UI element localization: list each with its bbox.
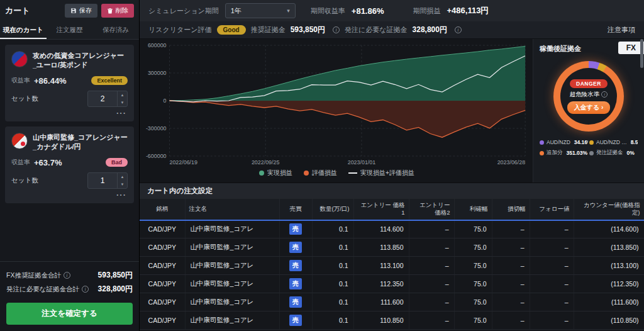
column-header-order-name: 注文名: [185, 199, 279, 220]
cart-header: カート 保存 削除: [0, 0, 139, 21]
order-cell-stop-loss: –: [492, 238, 530, 257]
stepper-up-icon[interactable]: ▲: [118, 173, 127, 181]
sell-badge: 売: [289, 242, 302, 253]
order-cell-stop-loss: –: [492, 275, 530, 293]
order-cell-pair: CAD/JPY: [140, 257, 185, 275]
return-rate-label: 収益率: [11, 76, 30, 85]
order-row: CAD/JPY山中康司監修_コアレ売0.1111.600–75.0––(111.…: [140, 293, 644, 311]
svg-text:-300000: -300000: [146, 125, 167, 132]
stepper-arrows[interactable]: ▲▼: [117, 91, 127, 106]
legend-dot-icon: [589, 140, 594, 145]
period-select[interactable]: 1年: [225, 3, 296, 18]
notes-link[interactable]: 注意事項: [608, 25, 635, 35]
order-cell-take-profit: 75.0: [454, 311, 492, 330]
sets-value: 1: [88, 173, 117, 188]
order-cell-quantity: 0.1: [312, 220, 353, 238]
recommended-margin-total-value: 593,850円: [98, 270, 133, 281]
legend-unrealized-label: 評価損益: [312, 169, 337, 177]
order-cell-follow-value: –: [530, 238, 574, 257]
cart-tabs: 現在のカート 注文履歴 保存済み: [0, 21, 139, 40]
order-cell-entry-price-1: 112.350: [353, 275, 409, 293]
order-row: CAD/JPY山中康司監修_コアレ売0.1112.350–75.0––(112.…: [140, 275, 644, 293]
order-cell-take-profit: 75.0: [454, 220, 492, 238]
stepper-down-icon[interactable]: ▼: [118, 99, 127, 106]
sets-stepper[interactable]: 2 ▲▼: [87, 91, 128, 107]
deposit-button[interactable]: 入金する: [567, 101, 611, 114]
more-menu-icon[interactable]: [11, 107, 128, 119]
column-header-take-profit: 利確幅: [454, 199, 492, 220]
order-row: CAD/JPY山中康司監修_コアレ売0.1113.100–75.0––(113.…: [140, 257, 644, 275]
orders-table-wrap: 銘柄注文名売買数量(万/口)エントリー 価格1エントリー 価格2利確幅損切幅フォ…: [140, 199, 644, 331]
stepper-down-icon[interactable]: ▼: [118, 181, 127, 188]
required-margin-value: 328,800円: [413, 25, 447, 35]
order-cell-quantity: 0.1: [312, 311, 353, 330]
order-cell-follow-value: –: [530, 220, 574, 238]
order-cell-pair: CAD/JPY: [140, 293, 185, 311]
order-cell-entry-price-2: –: [409, 311, 454, 330]
stepper-up-icon[interactable]: ▲: [118, 91, 127, 99]
order-cell-entry-price-1: 111.600: [353, 293, 409, 311]
confirm-order-button[interactable]: 注文を確定する: [6, 303, 133, 325]
column-header-stop-loss: 損切幅: [492, 199, 530, 220]
cart-actions: 保存 削除: [65, 4, 134, 18]
unrealized-dot-icon: [304, 171, 309, 176]
info-icon[interactable]: [82, 286, 89, 293]
order-cell-side: 売: [279, 238, 312, 257]
margin-level-row: 超危険水準: [570, 91, 608, 99]
cart-item-card: 攻めの低資金コアレンジャー_ユーロ/英ポンド 収益率 +86.44% Excel…: [5, 45, 134, 121]
legend-item-label: 追加分: [547, 149, 563, 157]
scrollbar-thumb[interactable]: [640, 39, 643, 68]
svg-text:2023/01/01: 2023/01/01: [348, 159, 376, 166]
more-menu-icon[interactable]: [11, 189, 128, 201]
strategy-title: 山中康司監修_コアレンジャー_カナダドル/円: [33, 133, 128, 152]
column-header-quantity: 数量(万/口): [312, 199, 353, 220]
order-cell-side: 売: [279, 311, 312, 330]
rating-badge: Bad: [106, 158, 128, 167]
order-cell-counter-value: (114.600): [574, 220, 644, 238]
svg-text:0: 0: [164, 98, 167, 104]
legend-item-value: 351.03%: [567, 150, 588, 156]
legend-dot-icon: [540, 140, 544, 145]
order-cell-order-name: 山中康司監修_コアレ: [185, 311, 279, 330]
cad-jpy-flag-icon: [11, 133, 28, 149]
svg-text:600000: 600000: [148, 42, 167, 48]
period-pl-label: 期間損益: [413, 6, 441, 16]
column-header-pair: 銘柄: [140, 199, 185, 220]
tab-current-cart[interactable]: 現在のカート: [0, 21, 47, 39]
save-button[interactable]: 保存: [65, 4, 97, 18]
order-cell-order-name: 山中康司監修_コアレ: [185, 238, 279, 257]
info-icon[interactable]: [601, 91, 608, 98]
order-cell-pair: CAD/JPY: [140, 311, 185, 330]
order-cell-counter-value: (111.600): [574, 293, 644, 311]
legend-item-value: 0%: [627, 150, 635, 156]
column-header-entry-price-1: エントリー 価格1: [353, 199, 409, 220]
legend-item-label: AUD/NZD: [547, 139, 570, 145]
orders-header-row: 銘柄注文名売買数量(万/口)エントリー 価格1エントリー 価格2利確幅損切幅フォ…: [140, 199, 644, 220]
danger-badge: DANGER: [570, 79, 608, 88]
order-cell-quantity: 0.1: [312, 293, 353, 311]
main-area: シミュレーション期間 1年 期間収益率 +81.86% 期間損益 +486,11…: [140, 0, 644, 331]
sets-label: セット数: [11, 94, 38, 103]
order-cell-entry-price-1: 113.100: [353, 257, 409, 275]
return-rate-value: +63.7%: [34, 158, 102, 167]
cart-title: カート: [5, 5, 30, 16]
return-rate-label: 収益率: [11, 158, 30, 167]
info-icon[interactable]: [455, 26, 462, 33]
pl-chart: 6000003000000-300000-6000002022/06/19202…: [141, 42, 533, 167]
info-icon[interactable]: [333, 26, 340, 33]
delete-button-label: 削除: [116, 6, 128, 15]
save-button-label: 保存: [79, 6, 92, 15]
order-cell-side: 売: [279, 220, 312, 238]
stepper-arrows[interactable]: ▲▼: [117, 173, 127, 188]
sets-label: セット数: [11, 176, 38, 185]
cart-item-card: 山中康司監修_コアレンジャー_カナダドル/円 収益率 +63.7% Bad セッ…: [5, 126, 134, 203]
period-pl-value: +486,113円: [447, 5, 489, 16]
tab-saved[interactable]: 保存済み: [92, 21, 139, 39]
tab-order-history[interactable]: 注文履歴: [47, 21, 93, 39]
order-cell-quantity: 0.1: [312, 257, 353, 275]
sets-stepper[interactable]: 1 ▲▼: [87, 172, 128, 189]
sell-badge: 売: [289, 260, 302, 271]
required-margin-label: 発注に必要な証拠金: [345, 25, 408, 35]
info-icon[interactable]: [64, 272, 70, 279]
delete-button[interactable]: 削除: [101, 4, 134, 18]
